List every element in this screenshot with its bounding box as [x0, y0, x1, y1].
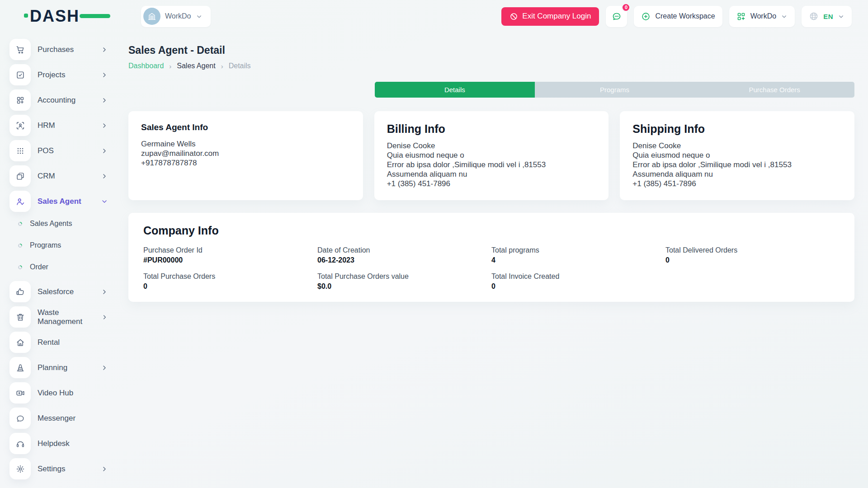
company-field: Date of Creation 06-12-2023 [317, 246, 491, 264]
sidebar-item-label: Accounting [38, 96, 75, 105]
sidebar-item-sales-agent[interactable]: Sales Agent [9, 191, 108, 212]
sidebar-item-projects[interactable]: Projects [9, 64, 108, 85]
info-cards-row: Sales Agent Info Germaine Wells zupav@ma… [128, 111, 854, 200]
card-title: Shipping Info [632, 122, 842, 136]
field-value: 06-12-2023 [317, 256, 491, 264]
checkbox-icon [15, 70, 25, 80]
logo-accent-dot [24, 14, 28, 18]
user-check-icon [15, 197, 25, 206]
billing-phone: +1 (385) 451-7896 [387, 179, 596, 188]
field-value: 0 [665, 256, 840, 264]
sidebar-subitem-order[interactable]: Order [18, 259, 117, 275]
company-switcher[interactable]: WorkDo [141, 6, 211, 27]
language-selector[interactable]: EN [802, 6, 852, 27]
company-field: Total programs 4 [491, 246, 665, 264]
logo-wordmark: DASH [30, 7, 80, 25]
sidebar-item-label: CRM [38, 172, 55, 181]
sidebar-item-video-hub[interactable]: Video Hub [9, 382, 108, 404]
shipping-phone: +1 (385) 451-7896 [632, 179, 842, 188]
field-label: Total programs [491, 246, 665, 254]
company-field: Total Invoice Created 0 [491, 272, 665, 291]
sidebar-item-rental[interactable]: Rental [9, 332, 108, 353]
field-value: 0 [143, 282, 317, 291]
building-icon [147, 11, 157, 21]
sidebar-subitem-sales-agents[interactable]: Sales Agents [18, 216, 117, 231]
user-scan-icon [15, 121, 25, 131]
sidebar-item-crm[interactable]: CRM [9, 165, 108, 187]
overlap-squares-icon [15, 171, 25, 181]
sidebar-item-label: Waste Management [38, 308, 101, 326]
chevron-right-icon [101, 71, 108, 79]
create-workspace-button[interactable]: Create Workspace [634, 6, 722, 27]
home-icon [15, 338, 25, 347]
sidebar-item-hrm[interactable]: HRM [9, 115, 108, 136]
bullet-icon [17, 221, 23, 227]
card-title: Billing Info [387, 122, 596, 136]
shopping-cart-icon [15, 45, 25, 55]
sidebar-item-planning[interactable]: Planning [9, 357, 108, 378]
exit-company-login-button[interactable]: Exit Company Login [501, 7, 599, 26]
thumbs-up-icon [15, 287, 25, 297]
billing-name: Denise Cooke [387, 141, 596, 150]
top-header: DASH WorkDo Exit Company Login 0 [0, 0, 868, 33]
traffic-cone-icon [15, 363, 25, 373]
messages-badge: 0 [622, 3, 630, 12]
billing-address-line: Assumenda aliquam nu [387, 169, 596, 179]
company-field: Total Purchase Orders value $0.0 [317, 272, 491, 291]
dots-grid-icon [15, 146, 25, 156]
shipping-address-line: Assumenda aliquam nu [632, 169, 842, 179]
sidebar-item-pos[interactable]: POS [9, 140, 108, 161]
breadcrumb-separator: › [221, 62, 223, 70]
messenger-shortcut-button[interactable]: 0 [606, 6, 627, 27]
sidebar-subitem-label: Sales Agents [30, 220, 72, 228]
company-field: Purchase Order Id #PUR00000 [143, 246, 317, 264]
trash-icon [15, 312, 25, 322]
sidebar-item-messenger[interactable]: Messenger [9, 408, 108, 429]
breadcrumb-separator: › [169, 62, 171, 70]
breadcrumb-current: Details [229, 62, 251, 70]
sidebar-item-helpdesk[interactable]: Helpdesk [9, 433, 108, 454]
sidebar-item-label: Video Hub [38, 389, 73, 398]
bullet-icon [17, 264, 23, 270]
field-label: Total Purchase Orders [143, 272, 317, 281]
breadcrumb: Dashboard › Sales Agent › Details [128, 62, 854, 70]
sidebar-item-purchases[interactable]: Purchases [9, 39, 108, 60]
field-value: #PUR00000 [143, 256, 317, 264]
breadcrumb-sales-agent-link[interactable]: Sales Agent [177, 62, 215, 70]
field-value: 4 [491, 256, 665, 264]
company-avatar [143, 8, 160, 25]
sidebar-item-settings[interactable]: Settings [9, 458, 108, 479]
field-label: Total Delivered Orders [665, 246, 840, 254]
chevron-down-icon [196, 13, 203, 20]
chevron-right-icon [101, 147, 108, 155]
sidebar-item-accounting[interactable]: Accounting [9, 89, 108, 111]
grid-plus-icon [736, 12, 746, 21]
chevron-right-icon [101, 288, 108, 296]
sidebar-item-label: HRM [38, 121, 55, 130]
tab-details[interactable]: Details [375, 82, 535, 98]
field-label: Total Invoice Created [491, 272, 665, 281]
sidebar-item-label: Planning [38, 363, 67, 372]
card-title: Sales Agent Info [141, 122, 350, 132]
shipping-address-line: Error ab ipsa dolor ,Similique modi vel … [632, 160, 842, 169]
detail-tabs: Details Programs Purchase Orders [375, 82, 854, 98]
dash-logo[interactable]: DASH [30, 7, 98, 26]
language-code: EN [823, 13, 833, 20]
sidebar-subitem-programs[interactable]: Programs [18, 238, 117, 253]
header-actions: Exit Company Login 0 Create Workspace Wo… [501, 6, 852, 27]
breadcrumb-dashboard-link[interactable]: Dashboard [128, 62, 164, 70]
workspace-switcher[interactable]: WorkDo [729, 6, 795, 27]
grid-plus-icon [15, 95, 25, 105]
sidebar-item-label: Rental [38, 338, 60, 347]
company-field: Total Purchase Orders 0 [143, 272, 317, 291]
company-switcher-label: WorkDo [165, 12, 191, 20]
sidebar-item-label: Helpdesk [38, 439, 70, 448]
sidebar-item-salesforce[interactable]: Salesforce [9, 281, 108, 302]
sidebar-item-label: Sales Agent [38, 197, 81, 206]
chevron-right-icon [101, 46, 108, 53]
field-value: 0 [491, 282, 665, 291]
sidebar-item-waste-management[interactable]: Waste Management [9, 306, 108, 328]
plus-circle-icon [641, 12, 651, 21]
tab-programs[interactable]: Programs [535, 82, 695, 98]
tab-purchase-orders[interactable]: Purchase Orders [694, 82, 854, 98]
